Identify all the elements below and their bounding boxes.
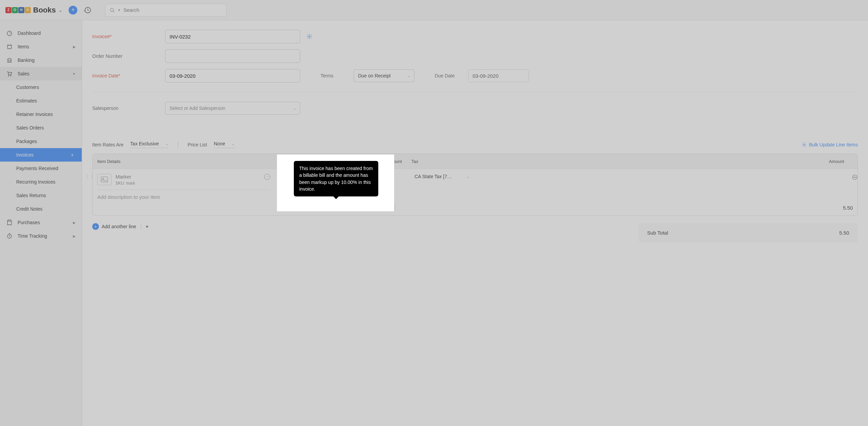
chevron-down-circle-icon[interactable] [304,206,309,211]
pricelist-select[interactable]: None ⌄ [214,141,234,148]
sidebar-item-estimates[interactable]: Estimates [0,94,82,108]
add-line-button[interactable]: + Add another line [92,223,136,230]
invoice-number-field[interactable] [165,30,300,43]
item-rates-select[interactable]: Tax Exclusive ⌄ [130,141,169,148]
sidebar-item-packages[interactable]: Packages [0,135,82,148]
item-image-icon[interactable] [97,174,111,185]
chevron-down-icon: ⌄ [407,74,410,78]
search-input[interactable] [123,7,222,13]
svg-point-4 [8,75,9,76]
svg-point-5 [10,75,11,76]
more-icon[interactable]: ⋯ [264,174,270,180]
gear-icon[interactable] [306,33,312,40]
row-more-icon[interactable] [851,174,858,181]
sidebar-item-customers[interactable]: Customers [0,80,82,94]
terms-select[interactable]: Due on Receipt ⌄ [354,69,414,82]
chevron-down-icon: ⌄ [466,175,469,179]
sidebar-item-credit[interactable]: Credit Notes [0,202,82,216]
col-item-details: Item Details [93,159,275,164]
chevron-down-icon: ▼ [72,72,76,76]
pricelist-label: Price List [187,142,207,147]
sidebar-item-items[interactable]: Items ▶ [0,40,82,53]
logo[interactable]: ZOHO Books ⌄ [5,6,62,15]
stock-label: Stock on Hand: [281,199,309,204]
totals-panel: Sub Total 5.50 [638,223,858,242]
sidebar-item-dashboard[interactable]: Dashboard [0,26,82,40]
drag-handle-icon[interactable]: ⋮⋮ [85,174,94,179]
sidebar-item-retainer[interactable]: Retainer Invoices [0,108,82,121]
item-sku: SKU: mark [116,181,135,186]
search-box[interactable]: ▼ [105,4,227,17]
invoice-date-label: Invoice Date* [92,73,165,78]
svg-point-10 [103,178,104,180]
discount-unit-select[interactable]: % ▼ [385,204,395,211]
salesperson-select[interactable]: Select or Add Salesperson ⌄ [165,102,300,115]
chevron-down-icon: ⌄ [165,142,168,146]
svg-point-11 [304,206,308,210]
markup-badge[interactable]: Marked up by $ 0.50 [318,204,360,211]
sidebar: Dashboard Items ▶ Banking Sales ▼ Custom… [0,20,82,426]
invoice-number-label: Invoice#* [92,34,165,39]
item-rates-label: Item Rates Are [92,142,124,147]
due-date-field[interactable]: 03-09-2020 [468,69,529,82]
sidebar-item-banking[interactable]: Banking [0,53,82,67]
chevron-right-icon: ▶ [73,221,76,224]
purchases-icon [6,219,13,226]
chevron-right-icon: ▶ [73,45,76,49]
salesperson-label: Salesperson [92,105,165,111]
svg-rect-9 [101,177,108,182]
svg-point-14 [854,177,855,177]
discount-input[interactable]: 0 [369,205,383,210]
gear-icon [801,142,807,147]
add-invoice-button[interactable]: + [69,151,76,158]
chevron-down-icon: ⌄ [293,106,296,110]
chevron-down-icon: ▼ [118,8,121,12]
markup-tooltip: This invoice has been created from a bil… [294,161,378,196]
subtotal-value: 5.50 [839,230,849,236]
svg-line-2 [113,11,114,12]
svg-point-15 [856,177,856,177]
sidebar-item-payments[interactable]: Payments Received [0,162,82,175]
sidebar-item-purchases[interactable]: Purchases ▶ [0,216,82,229]
item-name[interactable]: Marker [116,174,135,180]
recent-button[interactable] [83,6,92,15]
chevron-down-icon: ⌄ [232,142,234,146]
table-row: Marker SKU: mark ⋯ Add description to yo… [93,169,858,215]
tax-select[interactable]: CA State Tax [7… ⌄ [414,174,469,180]
zoho-logo-icon: ZOHO [5,7,31,13]
plus-icon: + [92,223,99,230]
sidebar-item-returns[interactable]: Sales Returns [0,189,82,202]
sidebar-item-time[interactable]: Time Tracking ▶ [0,229,82,243]
sidebar-item-invoices[interactable]: Invoices + [0,148,82,162]
amount-value: 5.50 [843,205,853,211]
app-header: ZOHO Books ⌄ + ▼ [0,0,868,20]
time-icon [6,233,13,239]
items-icon [6,43,13,50]
quick-add-button[interactable]: + [69,6,77,15]
stock-value: 1.00 pcs [286,206,309,211]
chevron-right-icon: ▶ [73,234,76,238]
sales-icon [6,70,13,77]
due-date-label: Due Date [435,73,455,78]
order-number-field[interactable] [165,49,300,63]
terms-label: Terms [321,73,333,78]
dashboard-icon [6,30,13,37]
main-content: Invoice#* Order Number Invoice Date* Ter… [82,20,868,426]
sidebar-item-orders[interactable]: Sales Orders [0,121,82,135]
svg-point-8 [803,144,805,145]
line-items-table: Item Details Qua count Tax Amount [92,153,858,216]
table-header: Item Details Qua count Tax Amount [93,154,858,169]
sidebar-item-sales[interactable]: Sales ▼ [0,67,82,80]
item-description-input[interactable]: Add description to your item [97,194,270,200]
search-icon [109,7,115,13]
sidebar-item-recurring[interactable]: Recurring Invoices [0,175,82,189]
chevron-down-icon: ⌄ [58,7,62,13]
invoice-date-field[interactable] [165,69,300,82]
order-number-label: Order Number [92,53,165,59]
logo-text: Books [33,6,56,15]
svg-point-1 [110,8,113,11]
subtotal-label: Sub Total [647,230,668,236]
bulk-update-link[interactable]: Bulk Update Line Items [801,142,858,147]
add-line-dropdown[interactable]: ▾ [141,224,148,229]
svg-point-7 [309,36,310,38]
